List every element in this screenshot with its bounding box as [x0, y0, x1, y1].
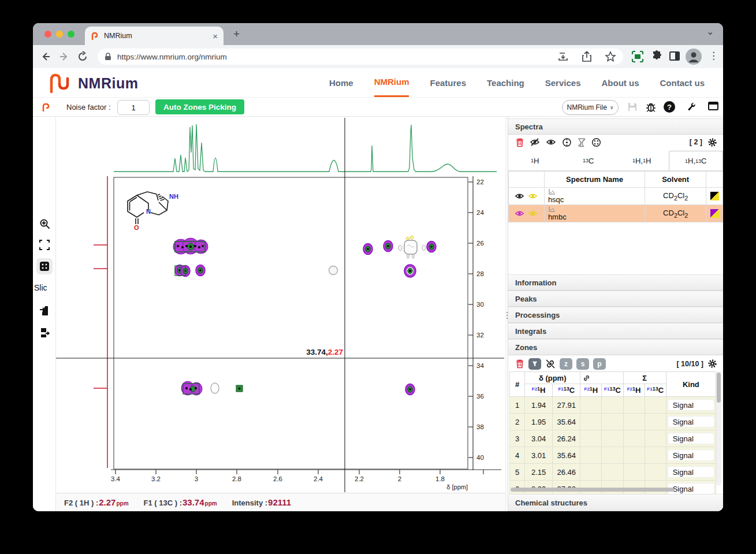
delete-zones-icon[interactable] [515, 359, 524, 369]
show-all-icon[interactable] [546, 137, 557, 147]
zones-p-button[interactable]: p [593, 358, 606, 370]
section-integrals[interactable]: Integrals [508, 323, 723, 339]
zoom-in-tool[interactable] [36, 215, 53, 232]
zone-row[interactable]: 33.0426.24 Signal [510, 430, 716, 447]
reload-icon[interactable] [77, 51, 88, 62]
side-panel-icon[interactable] [669, 50, 680, 62]
extensions-puzzle-icon[interactable] [651, 50, 662, 62]
maximize-window-button[interactable] [68, 31, 75, 38]
spectrum-row-hsqc[interactable]: hsqc CD2Cl2 [509, 188, 723, 205]
nav-about-us[interactable]: About us [601, 68, 639, 97]
positive-eye-icon[interactable] [528, 192, 538, 200]
delete-spectra-icon[interactable] [515, 137, 524, 147]
hide-all-icon[interactable] [530, 137, 541, 147]
spectrum-display[interactable]: N NH O [56, 117, 505, 493]
tab-list-chevron-icon[interactable]: ⌄ [706, 26, 714, 37]
nav-services[interactable]: Services [545, 68, 581, 97]
browser-tab[interactable]: NMRium × [85, 27, 224, 45]
address-bar[interactable]: https://www.nmrium.org/nmrium [98, 49, 623, 65]
tab-1h[interactable]: 1H [508, 151, 562, 170]
tab-title: NMRium [104, 32, 213, 40]
scrollbar-thumb[interactable] [511, 488, 674, 492]
back-icon[interactable] [40, 51, 51, 62]
full-zoom-out-tool[interactable] [36, 237, 53, 253]
slicing-tool-label[interactable]: Slic [34, 283, 56, 292]
zones-z-button[interactable]: z [560, 358, 572, 370]
recenter-icon[interactable] [562, 137, 572, 147]
nav-nmrium[interactable]: NMRium [374, 68, 409, 97]
spectrum-row-hmbc[interactable]: hmbc CD2Cl2 [509, 205, 723, 222]
help-icon[interactable]: ? [664, 101, 675, 113]
spectrum-canvas[interactable]: N NH O [56, 117, 505, 493]
app-toolbar: Noise factor : Auto Zones Picking NMRium… [33, 97, 723, 117]
nuclei-filter-icon[interactable] [577, 137, 586, 147]
import-tool[interactable] [36, 303, 53, 319]
auto-zones-picking-button[interactable]: Auto Zones Picking [155, 99, 244, 114]
color-palette-icon[interactable] [591, 137, 601, 147]
bookmark-star-icon[interactable] [605, 51, 616, 62]
forward-icon[interactable] [58, 51, 70, 62]
filter-zones-button[interactable] [528, 358, 541, 370]
zone-row[interactable]: 11.9427.91 Signal [510, 397, 716, 414]
kind-select[interactable]: Signal [668, 466, 714, 478]
spectra-settings-gear-icon[interactable] [707, 137, 717, 147]
nav-features[interactable]: Features [430, 68, 466, 97]
share-icon[interactable] [582, 51, 592, 62]
zone-picking-tool[interactable] [36, 258, 53, 274]
svg-text:22: 22 [476, 179, 484, 185]
new-tab-button[interactable]: + [233, 28, 240, 40]
spectrum-color-swatch[interactable] [710, 209, 719, 218]
kind-select[interactable]: Signal [668, 399, 714, 411]
spectrum-color-swatch[interactable] [710, 192, 719, 200]
logo-wordmark: NMRium [78, 75, 138, 92]
settings-wrench-icon[interactable] [686, 101, 698, 113]
tab-close-icon[interactable]: × [213, 31, 218, 41]
save-icon[interactable] [627, 101, 638, 113]
export-tool[interactable] [36, 325, 53, 341]
scrollbar-thumb[interactable] [717, 373, 721, 403]
zones-horizontal-scrollbar[interactable] [508, 487, 723, 492]
nav-home[interactable]: Home [329, 68, 353, 97]
section-spectra[interactable]: Spectra [508, 118, 723, 135]
tab-1h-1h[interactable]: 1H,1H [615, 151, 669, 170]
visibility-eye-icon[interactable] [515, 192, 524, 200]
kind-select[interactable]: Signal [668, 416, 714, 427]
link-icon [583, 374, 590, 382]
kind-select[interactable]: Signal [668, 433, 714, 444]
unlink-icon[interactable] [545, 359, 556, 369]
nav-contact-us[interactable]: Contact us [660, 68, 705, 97]
install-icon[interactable] [557, 51, 569, 62]
close-window-button[interactable] [44, 31, 51, 38]
screen-capture-icon[interactable] [631, 50, 644, 63]
tab-1h-13c[interactable]: 1H,13C [669, 151, 724, 170]
zones-s-button[interactable]: s [576, 358, 589, 370]
spectra-count: [ 2 ] [690, 138, 702, 146]
zone-row[interactable]: 43.0135.64 Signal [510, 447, 716, 464]
section-zones[interactable]: Zones [508, 339, 723, 355]
resizer-grip-icon [507, 312, 508, 320]
molecule-structure[interactable]: N NH O [128, 192, 178, 231]
svg-text:2.2: 2.2 [355, 475, 364, 482]
positive-eye-icon[interactable] [528, 210, 538, 217]
zones-vertical-scrollbar[interactable] [716, 371, 721, 485]
section-chemical-structures[interactable]: Chemical structures [508, 494, 723, 511]
window-layout-icon[interactable] [707, 101, 719, 111]
browser-menu-kebab-icon[interactable]: ⋮ [709, 50, 718, 62]
zone-row[interactable]: 52.1526.46 Signal [510, 464, 716, 481]
noise-factor-input[interactable] [117, 100, 150, 115]
tab-13c[interactable]: 13C [562, 151, 616, 170]
file-type-dropdown[interactable]: NMRium File ∨ [562, 100, 619, 115]
nav-teaching[interactable]: Teaching [487, 68, 524, 97]
kind-select[interactable]: Signal [668, 449, 714, 461]
bug-report-icon[interactable] [645, 101, 657, 113]
section-peaks[interactable]: Peaks [508, 291, 723, 307]
visibility-eye-icon[interactable] [515, 210, 524, 217]
minimize-window-button[interactable] [56, 31, 63, 38]
section-information[interactable]: Information [508, 274, 723, 291]
svg-text:36: 36 [476, 393, 484, 400]
profile-avatar[interactable] [686, 49, 702, 65]
section-processings[interactable]: Processings [508, 307, 723, 323]
nmrium-logo[interactable]: NMRium [48, 73, 138, 94]
zones-settings-gear-icon[interactable] [707, 359, 717, 369]
zone-row[interactable]: 21.9535.64 Signal [510, 414, 716, 430]
